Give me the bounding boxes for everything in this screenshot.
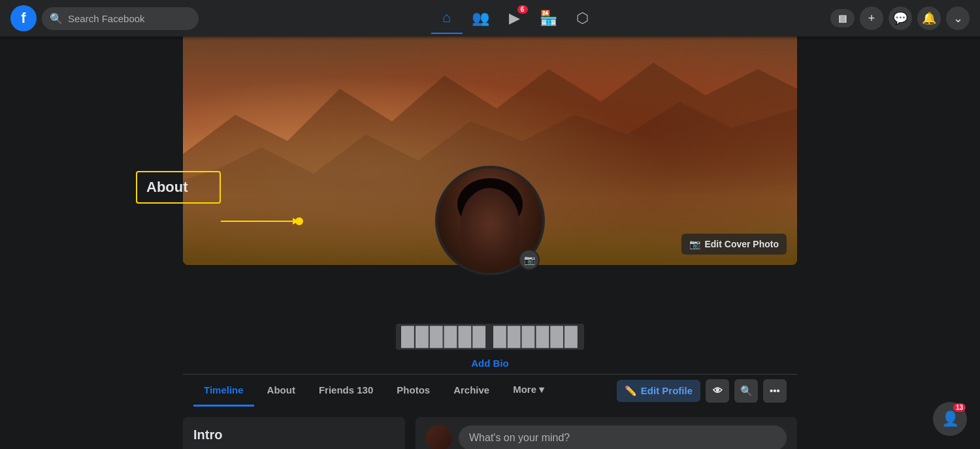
edit-profile-btn[interactable]: ✏️ Edit Profile: [617, 380, 700, 402]
eye-icon: 👁: [713, 385, 723, 396]
pencil-icon: ✏️: [625, 385, 637, 397]
avatar: [426, 425, 452, 449]
nav-right: ▤ + 💬 🔔 ⌄: [830, 7, 970, 30]
search-bar[interactable]: 🔍: [42, 7, 199, 30]
tab-timeline[interactable]: Timeline: [193, 375, 254, 407]
left-panel: Intro: [183, 417, 405, 449]
more-options-btn[interactable]: •••: [763, 379, 787, 403]
topnav: f 🔍 ⌂ 👥 ▶ 6 🏪 ⬡ ▤ + 💬: [0, 0, 980, 37]
main-content: 📷 Edit Cover Photo 📷 ██████ ██████ Add B…: [0, 37, 980, 449]
nav-marketplace-btn[interactable]: 🏪: [533, 3, 564, 34]
tab-about[interactable]: About: [257, 375, 306, 407]
nav-center: ⌂ 👥 ▶ 6 🏪 ⬡: [431, 3, 598, 34]
post-box: What's on your mind? ▶ Live Video 🖼 Phot…: [416, 417, 797, 449]
tab-actions: ✏️ Edit Profile 👁 🔍 •••: [617, 379, 787, 403]
nav-watch-btn[interactable]: ▶ 6: [499, 3, 531, 34]
tab-more[interactable]: More ▾: [502, 375, 555, 407]
chat-icon: 👤: [941, 410, 959, 427]
search-input[interactable]: [68, 13, 191, 24]
view-as-btn[interactable]: 👁: [706, 379, 729, 403]
plus-icon: +: [868, 12, 875, 25]
content-area: Intro: [183, 417, 797, 449]
post-input[interactable]: What's on your mind?: [459, 426, 787, 449]
intro-title: Intro: [193, 427, 395, 442]
nav-messenger-btn[interactable]: 💬: [889, 7, 912, 30]
nav-plus-btn[interactable]: +: [860, 7, 883, 30]
nav-profile-btn[interactable]: ▤: [830, 9, 855, 27]
chat-badge: 13: [953, 403, 966, 412]
intro-card: Intro: [183, 417, 405, 449]
post-input-row: What's on your mind?: [426, 425, 787, 449]
watch-badge: 6: [517, 5, 528, 14]
groups-icon: ⬡: [576, 10, 589, 27]
nav-home-btn[interactable]: ⌂: [431, 3, 463, 34]
profile-info-section: ██████ ██████ Add Bio: [183, 265, 797, 369]
profile-camera-icon[interactable]: 📷: [519, 249, 540, 270]
add-bio-btn[interactable]: Add Bio: [183, 358, 797, 369]
search-profile-btn[interactable]: 🔍: [734, 379, 758, 403]
nav-left: f 🔍: [10, 5, 199, 31]
cover-area: 📷 Edit Cover Photo 📷: [183, 37, 797, 265]
nav-profile-icon: ▤: [838, 13, 847, 23]
messenger-icon: 💬: [893, 11, 907, 25]
tab-friends[interactable]: Friends 130: [308, 375, 384, 407]
edit-cover-btn[interactable]: 📷 Edit Cover Photo: [681, 234, 787, 255]
home-icon: ⌂: [442, 9, 451, 26]
camera-icon: 📷: [689, 239, 700, 249]
nav-groups-btn[interactable]: ⬡: [567, 3, 598, 34]
chevron-down-icon: ▾: [539, 384, 544, 395]
ellipsis-icon: •••: [770, 385, 780, 396]
search-icon: 🔍: [740, 385, 753, 397]
profile-tabs: Timeline About Friends 130 Photos Archiv…: [183, 374, 797, 407]
profile-picture-wrap: 📷: [435, 166, 545, 275]
tab-archive[interactable]: Archive: [443, 375, 500, 407]
marketplace-icon: 🏪: [540, 10, 557, 27]
right-panel: What's on your mind? ▶ Live Video 🖼 Phot…: [416, 417, 797, 449]
nav-friends-btn[interactable]: 👥: [465, 3, 497, 34]
chevron-down-icon: ⌄: [953, 11, 963, 25]
friends-icon: 👥: [472, 10, 489, 27]
nav-menu-btn[interactable]: ⌄: [946, 7, 970, 30]
chat-btn[interactable]: 👤 13: [933, 402, 967, 436]
nav-notif-btn[interactable]: 🔔: [917, 7, 941, 30]
search-icon: 🔍: [50, 12, 63, 25]
facebook-logo[interactable]: f: [10, 5, 37, 31]
bell-icon: 🔔: [922, 11, 936, 25]
profile-face-shape: [461, 188, 519, 260]
profile-name: ██████ ██████: [396, 324, 584, 350]
tab-photos[interactable]: Photos: [386, 375, 440, 407]
